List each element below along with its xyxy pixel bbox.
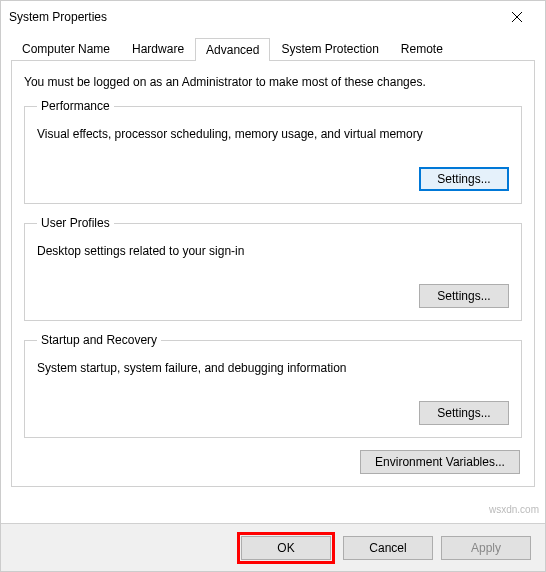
tab-advanced[interactable]: Advanced [195, 38, 270, 61]
startup-recovery-settings-button[interactable]: Settings... [419, 401, 509, 425]
tab-computer-name[interactable]: Computer Name [11, 37, 121, 60]
apply-button[interactable]: Apply [441, 536, 531, 560]
system-properties-window: System Properties Computer Name Hardware… [0, 0, 546, 572]
performance-settings-button[interactable]: Settings... [419, 167, 509, 191]
user-profiles-legend: User Profiles [37, 216, 114, 230]
content-area: Computer Name Hardware Advanced System P… [1, 33, 545, 487]
startup-recovery-legend: Startup and Recovery [37, 333, 161, 347]
tab-remote[interactable]: Remote [390, 37, 454, 60]
close-button[interactable] [497, 3, 537, 31]
admin-notice: You must be logged on as an Administrato… [24, 75, 522, 89]
environment-variables-button[interactable]: Environment Variables... [360, 450, 520, 474]
startup-recovery-group: Startup and Recovery System startup, sys… [24, 333, 522, 438]
dialog-footer: OK Cancel Apply [1, 523, 545, 571]
titlebar: System Properties [1, 1, 545, 33]
performance-group: Performance Visual effects, processor sc… [24, 99, 522, 204]
watermark: wsxdn.com [489, 504, 539, 515]
performance-legend: Performance [37, 99, 114, 113]
tab-panel-advanced: You must be logged on as an Administrato… [11, 61, 535, 487]
tab-system-protection[interactable]: System Protection [270, 37, 389, 60]
performance-desc: Visual effects, processor scheduling, me… [37, 127, 509, 141]
startup-recovery-desc: System startup, system failure, and debu… [37, 361, 509, 375]
window-title: System Properties [9, 10, 497, 24]
user-profiles-group: User Profiles Desktop settings related t… [24, 216, 522, 321]
user-profiles-settings-button[interactable]: Settings... [419, 284, 509, 308]
tab-strip: Computer Name Hardware Advanced System P… [11, 37, 535, 61]
tab-hardware[interactable]: Hardware [121, 37, 195, 60]
close-icon [511, 11, 523, 23]
ok-button[interactable]: OK [241, 536, 331, 560]
user-profiles-desc: Desktop settings related to your sign-in [37, 244, 509, 258]
cancel-button[interactable]: Cancel [343, 536, 433, 560]
ok-highlight-box: OK [237, 532, 335, 564]
